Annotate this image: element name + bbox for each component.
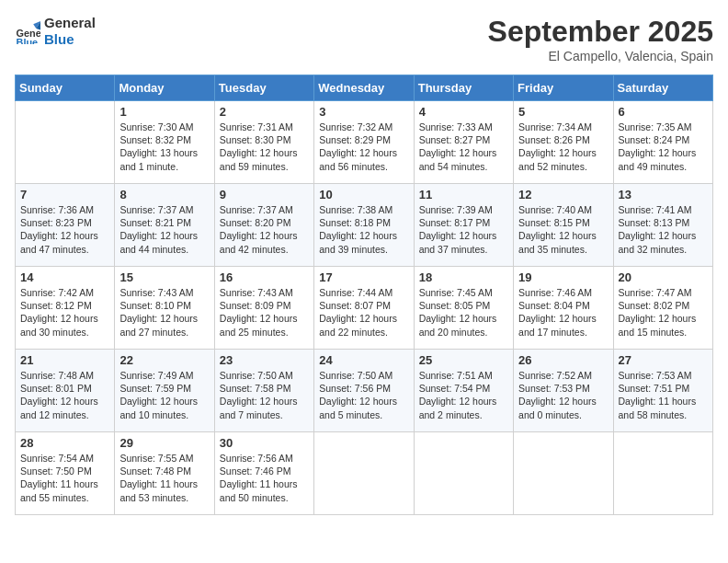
day-info: Sunrise: 7:46 AMSunset: 8:04 PMDaylight:… [518,286,608,339]
day-number: 7 [20,188,109,201]
day-number: 6 [619,105,708,119]
day-info: Sunrise: 7:50 AMSunset: 7:58 PMDaylight:… [220,369,309,421]
calendar-cell: 16Sunrise: 7:43 AMSunset: 8:09 PMDayligh… [214,267,313,350]
calendar-cell: 6Sunrise: 7:35 AMSunset: 8:24 PMDaylight… [613,101,712,184]
day-info: Sunrise: 7:40 AMSunset: 8:15 PMDaylight:… [518,203,608,256]
day-info: Sunrise: 7:53 AMSunset: 7:51 PMDaylight:… [619,369,708,421]
header-row: SundayMondayTuesdayWednesdayThursdayFrid… [16,75,713,101]
day-number: 5 [518,105,608,119]
logo-icon: General Blue [15,18,40,44]
calendar-cell: 13Sunrise: 7:41 AMSunset: 8:13 PMDayligh… [613,184,712,267]
day-number: 30 [220,436,309,450]
day-number: 17 [319,270,408,284]
day-info: Sunrise: 7:43 AMSunset: 8:09 PMDaylight:… [220,286,309,339]
day-info: Sunrise: 7:39 AMSunset: 8:17 PMDaylight:… [419,203,508,256]
day-number: 14 [20,270,109,284]
svg-text:Blue: Blue [17,37,39,44]
calendar-cell: 22Sunrise: 7:49 AMSunset: 7:59 PMDayligh… [115,350,214,432]
calendar-cell: 24Sunrise: 7:50 AMSunset: 7:56 PMDayligh… [314,350,414,432]
calendar-table: SundayMondayTuesdayWednesdayThursdayFrid… [15,75,713,515]
header-day-friday: Friday [514,75,613,101]
day-info: Sunrise: 7:37 AMSunset: 8:20 PMDaylight:… [220,203,309,256]
day-info: Sunrise: 7:42 AMSunset: 8:12 PMDaylight:… [20,286,109,339]
logo: General Blue General Blue [15,15,96,48]
day-info: Sunrise: 7:36 AMSunset: 8:23 PMDaylight:… [20,203,109,256]
day-info: Sunrise: 7:56 AMSunset: 7:46 PMDaylight:… [220,452,309,504]
day-number: 12 [518,188,608,201]
day-number: 4 [419,105,508,119]
calendar-cell: 2Sunrise: 7:31 AMSunset: 8:30 PMDaylight… [214,101,313,184]
day-info: Sunrise: 7:52 AMSunset: 7:53 PMDaylight:… [518,369,608,421]
calendar-cell: 20Sunrise: 7:47 AMSunset: 8:02 PMDayligh… [613,267,712,350]
calendar-cell: 14Sunrise: 7:42 AMSunset: 8:12 PMDayligh… [16,267,115,350]
calendar-cell: 15Sunrise: 7:43 AMSunset: 8:10 PMDayligh… [115,267,214,350]
calendar-cell: 12Sunrise: 7:40 AMSunset: 8:15 PMDayligh… [514,184,613,267]
calendar-cell: 18Sunrise: 7:45 AMSunset: 8:05 PMDayligh… [414,267,513,350]
calendar-cell [514,432,613,515]
day-number: 18 [419,270,508,284]
day-info: Sunrise: 7:34 AMSunset: 8:26 PMDaylight:… [518,121,608,173]
calendar-cell [16,101,115,184]
calendar-cell: 26Sunrise: 7:52 AMSunset: 7:53 PMDayligh… [514,350,613,432]
calendar-cell: 8Sunrise: 7:37 AMSunset: 8:21 PMDaylight… [115,184,214,267]
day-info: Sunrise: 7:51 AMSunset: 7:54 PMDaylight:… [419,369,508,421]
calendar-cell: 29Sunrise: 7:55 AMSunset: 7:48 PMDayligh… [115,432,214,515]
week-row-1: 1Sunrise: 7:30 AMSunset: 8:32 PMDaylight… [16,101,713,184]
week-row-4: 21Sunrise: 7:48 AMSunset: 8:01 PMDayligh… [16,350,713,432]
calendar-cell: 4Sunrise: 7:33 AMSunset: 8:27 PMDaylight… [414,101,513,184]
day-info: Sunrise: 7:47 AMSunset: 8:02 PMDaylight:… [619,286,708,339]
day-number: 11 [419,188,508,201]
day-number: 22 [119,353,209,367]
day-number: 29 [119,436,209,450]
day-number: 8 [119,188,209,201]
logo-general: General [44,15,96,31]
day-number: 21 [20,353,109,367]
calendar-cell: 21Sunrise: 7:48 AMSunset: 8:01 PMDayligh… [16,350,115,432]
day-info: Sunrise: 7:48 AMSunset: 8:01 PMDaylight:… [20,369,109,421]
day-info: Sunrise: 7:37 AMSunset: 8:21 PMDaylight:… [119,203,209,256]
day-info: Sunrise: 7:49 AMSunset: 7:59 PMDaylight:… [119,369,209,421]
day-info: Sunrise: 7:33 AMSunset: 8:27 PMDaylight:… [419,121,508,173]
calendar-cell: 17Sunrise: 7:44 AMSunset: 8:07 PMDayligh… [314,267,414,350]
week-row-2: 7Sunrise: 7:36 AMSunset: 8:23 PMDaylight… [16,184,713,267]
calendar-cell: 27Sunrise: 7:53 AMSunset: 7:51 PMDayligh… [613,350,712,432]
day-info: Sunrise: 7:45 AMSunset: 8:05 PMDaylight:… [419,286,508,339]
day-info: Sunrise: 7:55 AMSunset: 7:48 PMDaylight:… [119,452,209,504]
day-number: 15 [119,270,209,284]
day-info: Sunrise: 7:38 AMSunset: 8:18 PMDaylight:… [319,203,408,256]
logo-blue: Blue [44,31,96,48]
calendar-cell: 9Sunrise: 7:37 AMSunset: 8:20 PMDaylight… [214,184,313,267]
day-info: Sunrise: 7:50 AMSunset: 7:56 PMDaylight:… [319,369,408,421]
calendar-cell [314,432,414,515]
calendar-cell: 30Sunrise: 7:56 AMSunset: 7:46 PMDayligh… [214,432,313,515]
day-number: 27 [619,353,708,367]
calendar-cell: 19Sunrise: 7:46 AMSunset: 8:04 PMDayligh… [514,267,613,350]
calendar-cell: 23Sunrise: 7:50 AMSunset: 7:58 PMDayligh… [214,350,313,432]
day-info: Sunrise: 7:30 AMSunset: 8:32 PMDaylight:… [119,121,209,173]
calendar-cell [414,432,513,515]
day-number: 10 [319,188,408,201]
day-number: 26 [518,353,608,367]
calendar-cell: 25Sunrise: 7:51 AMSunset: 7:54 PMDayligh… [414,350,513,432]
day-number: 23 [220,353,309,367]
header-day-monday: Monday [115,75,214,101]
day-number: 24 [319,353,408,367]
day-info: Sunrise: 7:41 AMSunset: 8:13 PMDaylight:… [619,203,708,256]
header-day-saturday: Saturday [613,75,712,101]
calendar-cell: 11Sunrise: 7:39 AMSunset: 8:17 PMDayligh… [414,184,513,267]
calendar-cell: 10Sunrise: 7:38 AMSunset: 8:18 PMDayligh… [314,184,414,267]
calendar-cell: 5Sunrise: 7:34 AMSunset: 8:26 PMDaylight… [514,101,613,184]
day-number: 9 [220,188,309,201]
header-day-sunday: Sunday [16,75,115,101]
day-info: Sunrise: 7:54 AMSunset: 7:50 PMDaylight:… [20,452,109,504]
day-number: 28 [20,436,109,450]
day-number: 20 [619,270,708,284]
week-row-3: 14Sunrise: 7:42 AMSunset: 8:12 PMDayligh… [16,267,713,350]
header-day-thursday: Thursday [414,75,513,101]
calendar-cell: 1Sunrise: 7:30 AMSunset: 8:32 PMDaylight… [115,101,214,184]
header-day-tuesday: Tuesday [214,75,313,101]
header: General Blue General Blue September 2025… [15,15,713,63]
day-number: 25 [419,353,508,367]
week-row-5: 28Sunrise: 7:54 AMSunset: 7:50 PMDayligh… [16,432,713,515]
day-info: Sunrise: 7:44 AMSunset: 8:07 PMDaylight:… [319,286,408,339]
